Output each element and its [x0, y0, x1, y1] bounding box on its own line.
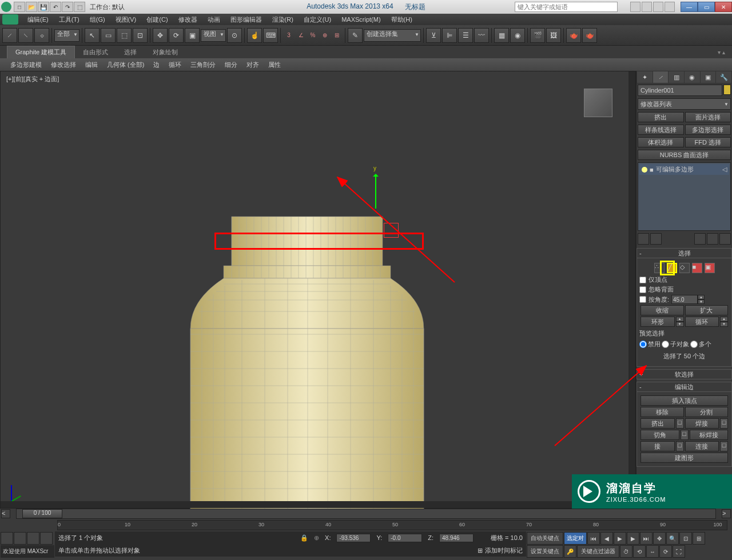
btn-chamfer[interactable]: 切角	[640, 430, 679, 440]
goto-start-icon[interactable]: ⏮	[587, 532, 600, 545]
configure-sets-icon[interactable]	[719, 233, 731, 245]
viewport-label[interactable]: [+][前][真实 + 边面]	[6, 75, 59, 83]
lock-icon[interactable]	[27, 532, 39, 545]
new-icon[interactable]: □	[14, 2, 25, 12]
window-crossing-icon[interactable]: ⊡	[133, 28, 148, 43]
viewport-scrollbar-h[interactable]	[1, 501, 628, 508]
spin-down-icon[interactable]: ▼	[698, 299, 705, 304]
make-unique-icon[interactable]	[694, 233, 706, 245]
timeline-right-icon[interactable]: >	[722, 509, 731, 518]
subobj-poly-icon[interactable]: ■	[692, 263, 702, 273]
timeline-left-icon[interactable]: <	[1, 509, 10, 518]
menu-views[interactable]: 视图(V)	[111, 15, 141, 24]
extrude-settings-icon[interactable]: □	[676, 418, 684, 429]
align-icon[interactable]: ⊫	[442, 28, 457, 43]
sub-loop[interactable]: 循环	[164, 59, 186, 70]
sub-poly-model[interactable]: 多边形建模	[6, 59, 46, 70]
nav-fov-icon[interactable]: ⊡	[679, 532, 692, 545]
show-end-result-icon[interactable]	[650, 233, 662, 245]
curve-editor-icon[interactable]: 〰	[474, 28, 489, 43]
bind-icon[interactable]: ⟐	[34, 28, 49, 43]
select-icon[interactable]: ↖	[85, 28, 100, 43]
scale-icon[interactable]: ▣	[185, 28, 200, 43]
btn-nurbs-sel[interactable]: NURBS 曲面选择	[638, 150, 731, 160]
named-sel-edit-icon[interactable]: ✎	[348, 28, 363, 43]
maximize-button[interactable]: ▭	[698, 2, 715, 12]
selection-filter-dropdown[interactable]: 全部	[54, 29, 79, 42]
menu-help[interactable]: 帮助(H)	[387, 15, 417, 24]
tab-create-icon[interactable]: ✦	[637, 71, 653, 83]
search-input[interactable]	[515, 2, 618, 12]
subobj-border-icon[interactable]: ◇	[679, 263, 690, 273]
menu-modifiers[interactable]: 修改器	[174, 15, 202, 24]
chk-ignore-backface[interactable]	[639, 286, 646, 293]
coord-y-field[interactable]: -0.0	[388, 534, 422, 542]
menu-graph-editor[interactable]: 图形编辑器	[226, 15, 266, 24]
btn-connect[interactable]: 连接	[685, 441, 719, 451]
chamfer-settings-icon[interactable]: □	[681, 430, 689, 440]
lock-selection-icon[interactable]: 🔒	[300, 534, 308, 542]
btn-create-shape[interactable]: 建图形	[640, 453, 728, 463]
menu-tools[interactable]: 工具(T)	[54, 15, 84, 24]
subobj-element-icon[interactable]: ▣	[705, 263, 715, 273]
radio-subobj[interactable]	[662, 341, 669, 348]
prev-frame-icon[interactable]: ◀	[600, 532, 613, 545]
application-menu-button[interactable]	[2, 14, 18, 25]
set-key-button[interactable]: 设置关键点	[527, 545, 563, 558]
sub-properties[interactable]: 属性	[264, 59, 285, 70]
sub-edit[interactable]: 编辑	[81, 59, 102, 70]
radio-multi[interactable]	[690, 341, 698, 348]
manipulate-icon[interactable]: ☝	[247, 28, 262, 43]
tab-selection[interactable]: 选择	[116, 46, 145, 58]
btn-vol-sel[interactable]: 体积选择	[638, 137, 684, 147]
select-by-name-icon[interactable]: ▭	[101, 28, 116, 43]
btn-bridge[interactable]: 接	[640, 441, 675, 451]
key-filter-button[interactable]: 关键点过滤器	[577, 545, 619, 558]
mirror-icon[interactable]: ⊻	[426, 28, 441, 43]
iso-icon[interactable]	[40, 532, 53, 545]
next-frame-icon[interactable]: ▶	[627, 532, 639, 545]
btn-loop[interactable]: 循环	[685, 317, 719, 327]
close-button[interactable]: ✕	[715, 2, 732, 12]
render-prod-icon[interactable]: 🫖	[566, 28, 581, 43]
menu-customize[interactable]: 自定义(U)	[299, 15, 336, 24]
nav-max-icon[interactable]: ⛶	[673, 545, 685, 558]
btn-ffd-sel[interactable]: FFD 选择	[685, 137, 731, 147]
maxscript-mini-icon[interactable]	[1, 532, 13, 545]
add-time-tag[interactable]: 添加时间标记	[485, 546, 523, 555]
percent-snap-icon[interactable]: %	[307, 30, 319, 41]
ring-down-icon[interactable]: ▼	[676, 322, 684, 327]
help-icon[interactable]	[665, 2, 675, 12]
viewport[interactable]: [+][前][真实 + 边面]	[0, 71, 636, 509]
menu-edit[interactable]: 编辑(E)	[23, 15, 53, 24]
time-slider-thumb[interactable]: 0 / 100	[22, 509, 62, 518]
radio-disable[interactable]	[639, 341, 647, 348]
pivot-icon[interactable]: ⊙	[227, 28, 242, 43]
modifier-list-dropdown[interactable]: 修改器列表	[638, 98, 731, 110]
rotate-icon[interactable]: ⟳	[169, 28, 184, 43]
app-icon[interactable]	[1, 2, 11, 12]
menu-maxscript[interactable]: MAXScript(M)	[337, 16, 385, 23]
undo-icon[interactable]: ↶	[50, 2, 61, 12]
sub-edge[interactable]: 边	[149, 59, 164, 70]
reference-coord-dropdown[interactable]: 视图	[201, 29, 226, 42]
render-setup-icon[interactable]: 🎬	[530, 28, 545, 43]
nav-dolly-icon[interactable]: ↔	[646, 545, 659, 558]
btn-extrude[interactable]: 挤出	[638, 112, 684, 122]
bulb-icon[interactable]	[642, 167, 647, 173]
stack-item-editable-poly[interactable]: ■ 可编辑多边形 ◁	[639, 164, 729, 175]
menu-render[interactable]: 渲染(R)	[268, 15, 298, 24]
play-icon[interactable]: ▶	[614, 532, 626, 545]
loop-up-icon[interactable]: ▲	[720, 317, 728, 322]
connect-settings-icon[interactable]: □	[720, 441, 728, 451]
object-color-swatch[interactable]	[723, 85, 731, 95]
btn-weld-edge[interactable]: 焊接	[685, 418, 719, 429]
time-tag-icon[interactable]: ⊞	[478, 547, 483, 554]
nav-roll-icon[interactable]: ⟳	[659, 545, 672, 558]
cloud-icon[interactable]	[630, 2, 640, 12]
loop-down-icon[interactable]: ▼	[720, 322, 728, 327]
angle-snap-icon[interactable]: ∠	[295, 30, 307, 41]
object-name-input[interactable]	[638, 85, 722, 96]
move-icon[interactable]: ✥	[153, 28, 168, 43]
nav-zoom-icon[interactable]: 🔍	[666, 532, 679, 545]
